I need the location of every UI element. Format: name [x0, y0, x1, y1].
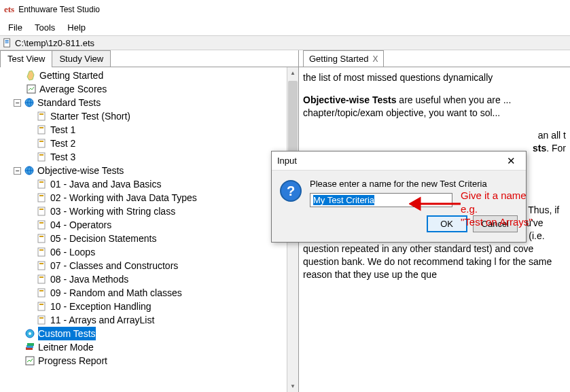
globe-icon [24, 165, 35, 176]
page-icon [37, 111, 48, 122]
tab-study-view[interactable]: Study View [52, 50, 111, 67]
content-text: . For [546, 143, 566, 154]
left-pane: Test View Study View Getting Started Ave… [0, 50, 299, 392]
dialog-title-text: Input [277, 156, 297, 166]
dialog-close-button[interactable]: ✕ [501, 155, 520, 167]
globe-icon [24, 97, 35, 108]
tree-item-objective-tests[interactable]: − Objective-wise Tests [3, 164, 284, 177]
content-text: Objective-wise Tests [303, 94, 396, 105]
test-name-input[interactable]: My Test Criteria [310, 193, 452, 207]
chart-icon [26, 84, 37, 94]
tree-item[interactable]: 05 - Decision Statements [3, 232, 284, 245]
tree-item[interactable]: 03 - Working with String class [3, 204, 284, 218]
scroll-up-icon[interactable]: ▲ [287, 67, 298, 79]
svg-rect-28 [38, 289, 45, 297]
progress-icon [24, 355, 35, 366]
page-icon [37, 247, 48, 257]
svg-rect-4 [39, 113, 43, 115]
tree-item[interactable]: 01 - Java and Java Basics [3, 177, 284, 191]
menu-file[interactable]: File [3, 21, 28, 34]
tree-item-standard-tests[interactable]: − Standard Tests [3, 96, 284, 109]
menu-tools[interactable]: Tools [29, 21, 60, 34]
svg-rect-12 [38, 180, 45, 188]
page-icon [37, 152, 48, 162]
selected-tree-label: Custom Tests [38, 327, 96, 340]
tree-item-leitner-mode[interactable]: Leitner Mode [3, 340, 284, 354]
tab-getting-started[interactable]: Getting Started X [303, 50, 384, 67]
file-path: C:\temp\1z0-811.ets [15, 38, 94, 48]
tree-item[interactable]: Test 2 [3, 137, 284, 150]
menubar: File Tools Help [0, 19, 570, 35]
expander-minus-icon[interactable]: − [14, 167, 21, 175]
svg-rect-14 [38, 194, 45, 202]
svg-rect-6 [39, 127, 43, 128]
tree-item[interactable]: 09 - Random and Math classes [3, 286, 284, 300]
tree-item[interactable]: 06 - Loops [3, 245, 284, 259]
tree-item[interactable]: 08 - Java Methods [3, 272, 284, 286]
content-text: sts [533, 143, 546, 154]
stack-icon [24, 342, 35, 353]
dialog-titlebar: Input ✕ [272, 152, 526, 171]
hand-icon [26, 70, 37, 81]
svg-rect-18 [38, 221, 45, 229]
tree-item[interactable]: 02 - Working with Java Data Types [3, 191, 284, 204]
page-icon [37, 219, 48, 230]
svg-rect-17 [39, 209, 43, 210]
page-icon [37, 233, 48, 244]
svg-rect-15 [39, 195, 43, 196]
svg-rect-30 [38, 302, 45, 310]
dialog-prompt: Please enter a name for the new Test Cri… [310, 179, 518, 189]
ok-button[interactable]: OK [427, 215, 467, 232]
svg-rect-26 [38, 275, 45, 283]
svg-rect-31 [39, 304, 43, 305]
svg-rect-27 [39, 277, 43, 278]
app-icon: ets [4, 4, 14, 15]
tree-item-getting-started[interactable]: Getting Started [3, 69, 284, 82]
page-icon [37, 124, 48, 135]
svg-rect-29 [39, 290, 43, 291]
tree-item[interactable]: Test 3 [3, 150, 284, 164]
expander-minus-icon[interactable]: − [14, 99, 21, 107]
tree[interactable]: Getting Started Average Scores − Standar… [0, 67, 287, 392]
left-tab-row: Test View Study View [0, 50, 298, 67]
tab-label: Getting Started [309, 54, 368, 64]
scroll-down-icon[interactable]: ▼ [287, 380, 298, 392]
svg-rect-32 [38, 316, 45, 324]
svg-rect-9 [38, 153, 45, 161]
tree-item[interactable]: 10 - Exception Handling [3, 300, 284, 313]
file-icon [3, 38, 12, 48]
tree-item-average-scores[interactable]: Average Scores [3, 82, 284, 96]
page-icon [37, 315, 48, 325]
tree-item-custom-tests[interactable]: Custom Tests [3, 327, 284, 340]
svg-rect-22 [38, 248, 45, 256]
cancel-button[interactable]: Cancel [473, 215, 518, 232]
svg-rect-8 [39, 141, 43, 142]
page-icon [37, 274, 48, 285]
tree-item-progress-report[interactable]: Progress Report [3, 354, 284, 368]
svg-rect-5 [38, 126, 45, 134]
svg-rect-21 [39, 236, 43, 237]
tree-item[interactable]: 04 - Operators [3, 218, 284, 232]
svg-rect-16 [38, 207, 45, 215]
filebar: C:\temp\1z0-811.ets [0, 35, 570, 50]
page-icon [37, 192, 48, 203]
window-title: Enthuware Test Studio [18, 5, 100, 14]
window-titlebar: ets Enthuware Test Studio [0, 0, 570, 19]
svg-rect-33 [39, 317, 43, 319]
tree-item[interactable]: 11 - Arrays and ArrayList [3, 313, 284, 327]
close-tab-icon[interactable]: X [372, 54, 378, 64]
tree-item[interactable]: Starter Test (Short) [3, 109, 284, 123]
tree-item[interactable]: Test 1 [3, 123, 284, 137]
menu-help[interactable]: Help [62, 21, 91, 34]
svg-rect-23 [39, 249, 43, 251]
page-icon [37, 179, 48, 190]
tree-item[interactable]: 07 - Classes and Constructors [3, 259, 284, 272]
svg-rect-7 [38, 139, 45, 147]
page-icon [37, 287, 48, 298]
tab-test-view[interactable]: Test View [0, 50, 52, 67]
content-text: the list of most missed questions dynami… [303, 72, 493, 83]
svg-rect-24 [38, 262, 45, 270]
svg-rect-13 [39, 181, 43, 183]
page-icon [37, 138, 48, 149]
svg-point-35 [29, 332, 31, 335]
